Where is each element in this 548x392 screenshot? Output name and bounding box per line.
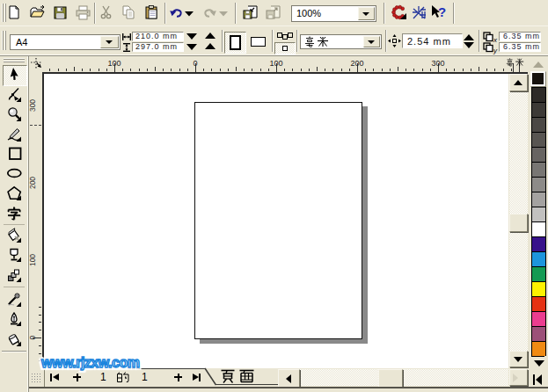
svg-text:?: ? — [438, 4, 446, 19]
svg-text:y: y — [493, 47, 498, 54]
